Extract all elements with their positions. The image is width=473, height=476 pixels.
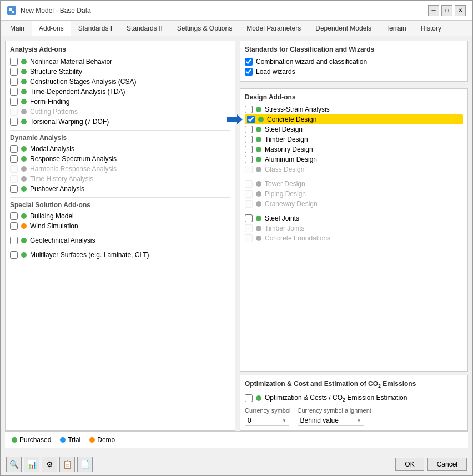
- pushover-checkbox[interactable]: [10, 185, 18, 193]
- tab-standards2[interactable]: Standards II: [119, 21, 170, 36]
- tab-history[interactable]: History: [414, 21, 449, 36]
- tda-checkbox[interactable]: [10, 88, 18, 96]
- list-item: Time History Analysis: [10, 174, 230, 184]
- green-dot-icon: [21, 99, 27, 104]
- modal-checkbox[interactable]: [10, 145, 18, 153]
- combination-wizard-checkbox[interactable]: [245, 58, 253, 66]
- concrete-design-label: Concrete Design: [267, 116, 316, 123]
- currency-alignment-select[interactable]: Behind value ▼: [298, 415, 364, 426]
- form-finding-checkbox[interactable]: [10, 98, 18, 106]
- aluminum-design-checkbox[interactable]: [245, 156, 253, 163]
- separator: [10, 130, 230, 131]
- minimize-button[interactable]: ─: [428, 5, 439, 16]
- load-wizards-checkbox[interactable]: [245, 68, 253, 76]
- green-dot-icon: [21, 186, 27, 192]
- gray-dot-icon: [256, 191, 261, 197]
- multilayer-label: Multilayer Surfaces (e.g. Laminate, CLT): [30, 251, 149, 259]
- optimization-title: Optimization & Cost and Estimation of CO…: [245, 380, 463, 389]
- currency-symbol-label: Currency symbol: [245, 407, 291, 414]
- optimization-checkbox[interactable]: [245, 394, 253, 402]
- stress-strain-checkbox[interactable]: [245, 106, 253, 113]
- standards-section: Standards for Classification and Wizards…: [240, 41, 468, 82]
- maximize-button[interactable]: □: [441, 5, 452, 16]
- currency-alignment-label: Currency symbol alignment: [298, 407, 371, 414]
- multilayer-checkbox[interactable]: [10, 251, 18, 259]
- cutting-checkbox: [10, 108, 18, 116]
- green-dot-icon: [256, 395, 261, 401]
- concrete-design-row: Concrete Design: [245, 114, 463, 124]
- currency-symbol-value: 0: [248, 417, 251, 424]
- building-model-checkbox[interactable]: [10, 212, 18, 220]
- nonlinear-checkbox[interactable]: [10, 58, 18, 66]
- green-dot-icon: [256, 107, 261, 112]
- glass-design-label: Glass Design: [265, 166, 304, 173]
- list-item: Response Spectrum Analysis: [10, 154, 230, 164]
- list-item: Nonlinear Material Behavior: [10, 57, 230, 67]
- tab-bar: Main Add-ons Standards I Standards II Se…: [1, 21, 472, 36]
- left-panel: Analysis Add-ons Nonlinear Material Beha…: [5, 41, 235, 431]
- concrete-foundations-label: Concrete Foundations: [265, 234, 330, 242]
- masonry-design-checkbox[interactable]: [245, 146, 253, 153]
- csa-checkbox[interactable]: [10, 78, 18, 86]
- list-item: Load wizards: [245, 67, 463, 77]
- optimization-section: Optimization & Cost and Estimation of CO…: [240, 375, 468, 431]
- document-button[interactable]: 📄: [77, 457, 93, 472]
- cancel-button[interactable]: Cancel: [427, 458, 467, 471]
- settings-button[interactable]: ⚙: [42, 457, 57, 472]
- steel-design-label: Steel Design: [265, 126, 303, 133]
- gray-dot-icon: [256, 226, 261, 231]
- purchased-dot-icon: [12, 437, 17, 443]
- main-window: New Model - Base Data ─ □ ✕ Main Add-ons…: [0, 0, 473, 476]
- optimization-row: Optimization & Costs / CO2 Emission Esti…: [245, 393, 463, 404]
- stability-label: Structure Stability: [30, 68, 82, 76]
- tab-terrain[interactable]: Terrain: [379, 21, 414, 36]
- design-addons-title: Design Add-ons: [245, 93, 463, 101]
- tab-addons[interactable]: Add-ons: [32, 21, 71, 36]
- clipboard-button[interactable]: 📋: [59, 457, 75, 472]
- wind-sim-checkbox[interactable]: [10, 222, 18, 230]
- ok-button[interactable]: OK: [395, 458, 424, 471]
- tab-model-parameters[interactable]: Model Parameters: [239, 21, 308, 36]
- stability-checkbox[interactable]: [10, 68, 18, 76]
- data-button[interactable]: 📊: [24, 457, 39, 472]
- analysis-addons-title: Analysis Add-ons: [10, 46, 230, 53]
- harmonic-label: Harmonic Response Analysis: [30, 165, 117, 173]
- cutting-label: Cutting Patterns: [30, 108, 78, 116]
- tab-settings-options[interactable]: Settings & Options: [170, 21, 239, 36]
- search-button[interactable]: 🔍: [6, 457, 22, 472]
- tab-standards1[interactable]: Standards I: [71, 21, 119, 36]
- green-dot-icon: [21, 238, 27, 243]
- timber-joints-checkbox: [245, 224, 253, 232]
- currency-symbol-select[interactable]: 0 ▼: [245, 415, 289, 426]
- currency-row: Currency symbol 0 ▼ Currency symbol alig…: [245, 407, 463, 426]
- list-item: Concrete Foundations: [245, 233, 463, 243]
- svg-rect-1: [9, 8, 12, 11]
- list-item: Glass Design: [245, 164, 463, 174]
- response-spectrum-checkbox[interactable]: [10, 155, 18, 163]
- steel-joints-checkbox[interactable]: [245, 214, 253, 222]
- svg-rect-2: [12, 11, 14, 13]
- pushover-label: Pushover Analysis: [30, 185, 84, 193]
- torsional-label: Torsional Warping (7 DOF): [30, 118, 109, 126]
- list-item: Craneway Design: [245, 199, 463, 209]
- spacer: [10, 245, 230, 250]
- craneway-design-label: Craneway Design: [265, 200, 318, 208]
- list-item: Harmonic Response Analysis: [10, 164, 230, 174]
- masonry-design-label: Masonry Design: [265, 146, 313, 153]
- dynamic-analysis-title: Dynamic Analysis: [10, 134, 230, 142]
- close-button[interactable]: ✕: [455, 5, 466, 16]
- bottom-bar: 🔍 📊 ⚙ 📋 📄 OK Cancel: [1, 453, 472, 475]
- steel-joints-label: Steel Joints: [265, 214, 299, 222]
- concrete-design-checkbox[interactable]: [247, 116, 255, 123]
- geotechnical-checkbox[interactable]: [10, 237, 18, 244]
- standards-title: Standards for Classification and Wizards: [245, 46, 463, 53]
- timber-design-checkbox[interactable]: [245, 136, 253, 143]
- tab-dependent-models[interactable]: Dependent Models: [308, 21, 379, 36]
- title-bar: New Model - Base Data ─ □ ✕: [1, 1, 472, 21]
- torsional-checkbox[interactable]: [10, 118, 18, 126]
- steel-design-checkbox[interactable]: [245, 126, 253, 133]
- spacer: [245, 174, 463, 179]
- content-area: Analysis Add-ons Nonlinear Material Beha…: [1, 36, 472, 453]
- tab-main[interactable]: Main: [3, 21, 32, 36]
- list-item: Building Model: [10, 211, 230, 221]
